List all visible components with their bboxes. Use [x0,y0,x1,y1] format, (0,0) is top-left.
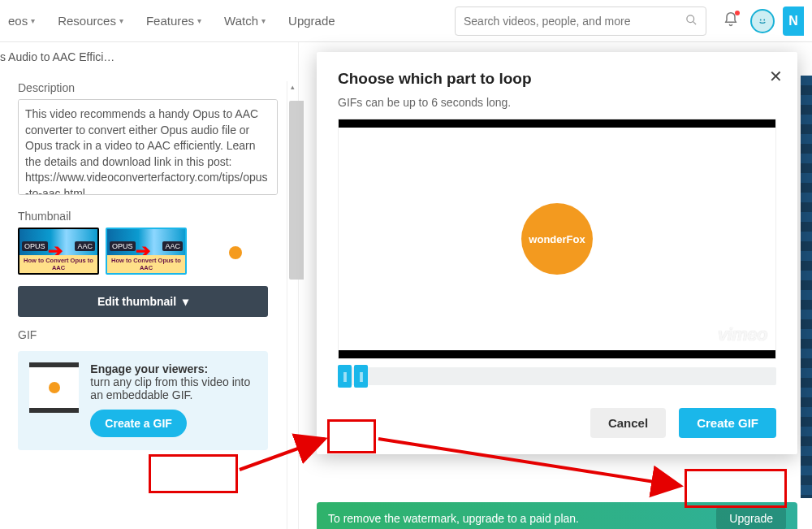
scroll-up-icon[interactable]: ▴ [287,81,298,93]
chevron-down-icon: ▾ [197,16,201,25]
create-a-gif-button[interactable]: Create a GIF [90,410,186,437]
gif-text: Engage your viewers: turn any clip from … [90,362,257,437]
nav-label: Resources [58,14,116,28]
new-button-label: N [788,14,798,28]
dot-icon [229,246,242,259]
letterbox-bar [339,119,775,128]
nav-item-watch[interactable]: Watch ▾ [224,14,266,28]
search-icon[interactable] [685,14,698,28]
nav-item-resources[interactable]: Resources ▾ [58,14,123,28]
thumbnail-label: Thumbnail [18,210,286,223]
nav-label: Watch [224,14,258,28]
svg-line-1 [693,21,696,24]
badge: OPUS [22,241,48,251]
svg-point-3 [760,19,762,20]
thumbnail-caption: How to Convert Opus to AAC [19,255,97,273]
chevron-down-icon: ▾ [261,16,266,25]
thumbnail-list: OPUS ➔ AAC How to Convert Opus to AAC OP… [18,228,286,275]
edit-thumbnail-label: Edit thumbnail [97,295,176,308]
close-icon[interactable]: ✕ [769,67,783,86]
top-nav: eos ▾ Resources ▾ Features ▾ Watch ▾ Upg… [0,0,812,42]
description-textarea[interactable] [18,99,278,195]
notifications-bell[interactable] [723,11,739,31]
thumbnail-option-selected[interactable]: OPUS ➔ AAC How to Convert Opus to AAC [106,228,187,275]
svg-point-2 [757,15,769,27]
gif-preview [29,362,79,413]
nav-label: Features [146,14,194,28]
avatar[interactable] [750,9,775,33]
thumbnail-option[interactable]: OPUS ➔ AAC How to Convert Opus to AAC [18,228,99,275]
new-button[interactable]: N [783,7,804,36]
brand-logo: wonderFox [521,203,593,275]
dot-icon [49,382,60,393]
nav-label: eos [8,14,28,28]
badge: AAC [75,241,95,251]
chevron-down-icon: ▾ [183,295,188,308]
upgrade-button[interactable]: Upgrade [716,507,786,529]
breadcrumb: s Audio to AAC Effici… [0,42,298,70]
thumbnail-option[interactable] [193,228,274,275]
description-label: Description [18,81,286,94]
loop-track[interactable]: ‖ ‖ [338,367,776,385]
notification-dot-icon [735,11,740,15]
nav-item-videos[interactable]: eos ▾ [8,14,35,28]
loop-handles[interactable]: ‖ ‖ [338,365,370,388]
cancel-button[interactable]: Cancel [590,408,666,438]
scrollbar[interactable]: ▴ [287,81,298,529]
upgrade-message: To remove the watermark, upgrade to a pa… [328,512,579,525]
gif-loop-modal: ✕ Choose which part to loop GIFs can be … [317,52,797,454]
modal-actions: Cancel Create GIF [317,385,797,454]
nav-links: eos ▾ Resources ▾ Features ▾ Watch ▾ Upg… [8,14,335,28]
settings-panel: s Audio to AAC Effici… Description Thumb… [0,42,299,529]
upgrade-banner: To remove the watermark, upgrade to a pa… [317,502,797,529]
edit-thumbnail-button[interactable]: Edit thumbnail ▾ [18,286,268,317]
svg-point-0 [687,15,694,22]
loop-start-handle[interactable]: ‖ [338,365,352,388]
modal-title: Choose which part to loop [338,70,776,88]
video-preview[interactable]: wonderFox vimeo [338,119,776,359]
nav-label: Upgrade [288,14,335,28]
svg-point-4 [763,19,765,20]
search-input-wrap[interactable] [455,7,706,36]
gif-card: Engage your viewers: turn any clip from … [18,351,268,450]
chevron-down-icon: ▾ [31,16,35,25]
badge: OPUS [110,241,136,251]
thumbnail-caption: How to Convert Opus to AAC [107,255,185,273]
main-area: ✕ Choose which part to loop GIFs can be … [304,47,812,521]
badge: AAC [162,241,183,251]
search-input[interactable] [464,15,685,28]
modal-subtitle: GIFs can be up to 6 seconds long. [338,96,776,109]
nav-item-features[interactable]: Features ▾ [146,14,201,28]
letterbox-bar [339,350,775,358]
gif-heading: Engage your viewers: [90,362,208,375]
video-thumb-strip[interactable] [801,76,812,498]
gif-body: turn any clip from this video into an em… [90,375,257,401]
vimeo-watermark: vimeo [718,324,767,345]
loop-end-handle[interactable]: ‖ [354,365,368,388]
nav-item-upgrade[interactable]: Upgrade [288,14,335,28]
create-gif-button[interactable]: Create GIF [679,408,776,438]
chevron-down-icon: ▾ [119,16,123,25]
gif-section-label: GIF [18,328,286,341]
